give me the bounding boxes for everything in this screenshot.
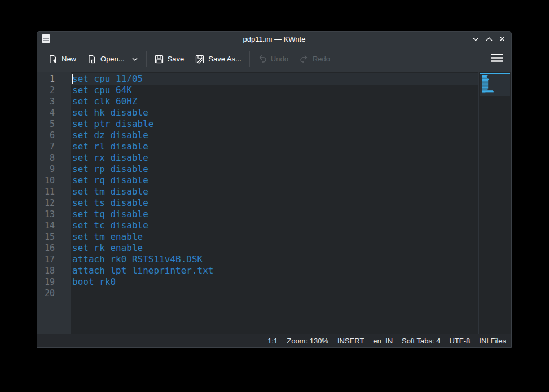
redo-icon xyxy=(300,55,309,64)
menu-button[interactable] xyxy=(490,53,504,65)
code-line: set rl disable xyxy=(71,141,478,152)
code-line xyxy=(71,288,478,299)
line-number: 7 xyxy=(37,141,71,152)
encoding[interactable]: UTF-8 xyxy=(449,337,470,345)
kwrite-app-icon xyxy=(42,34,50,43)
line-number: 13 xyxy=(37,209,71,220)
line-number: 5 xyxy=(37,118,71,130)
minimap-viewport[interactable] xyxy=(480,73,510,96)
line-number: 12 xyxy=(37,197,71,209)
input-mode[interactable]: INSERT xyxy=(337,337,364,345)
code-line: set ptr disable xyxy=(71,118,478,130)
code-line: set clk 60HZ xyxy=(71,96,478,107)
zoom-level[interactable]: Zoom: 130% xyxy=(287,337,328,345)
minimap-scrollbar[interactable] xyxy=(478,72,511,334)
code-line: set tm disable xyxy=(71,186,478,197)
code-line: set rk enable xyxy=(71,243,478,254)
line-number: 19 xyxy=(37,276,71,288)
undo-button[interactable]: Undo xyxy=(258,55,288,64)
code-line: set tm enable xyxy=(71,231,478,243)
code-line: set cpu 11/05 xyxy=(71,73,478,85)
redo-button[interactable]: Redo xyxy=(300,55,330,64)
line-number: 8 xyxy=(37,152,71,164)
code-line: set dz disable xyxy=(71,130,478,141)
open-button[interactable]: Open... xyxy=(87,55,138,64)
code-line: set ts disable xyxy=(71,197,478,209)
line-number: 16 xyxy=(37,243,71,254)
tab-settings[interactable]: Soft Tabs: 4 xyxy=(402,337,440,345)
line-number: 3 xyxy=(37,96,71,107)
save-button[interactable]: Save xyxy=(155,55,185,64)
maximize-icon[interactable] xyxy=(485,36,493,42)
line-number: 14 xyxy=(37,220,71,231)
line-number: 1 xyxy=(37,73,71,85)
line-number: 11 xyxy=(37,186,71,197)
minimap-text-preview xyxy=(482,75,508,99)
code-line: attach lpt lineprinter.txt xyxy=(71,265,478,276)
line-number: 4 xyxy=(37,107,71,118)
close-icon[interactable] xyxy=(499,36,506,42)
code-line: set tq disable xyxy=(71,209,478,220)
line-number: 20 xyxy=(37,288,71,299)
dictionary-language[interactable]: en_IN xyxy=(373,337,393,345)
open-dropdown-chevron-icon[interactable] xyxy=(131,57,138,61)
new-document-icon xyxy=(49,55,58,64)
save-as-button[interactable]: Save As... xyxy=(195,55,241,64)
toolbar: New Open... Save Save As... Undo Redo xyxy=(37,46,511,72)
code-line: boot rk0 xyxy=(71,276,478,288)
new-button[interactable]: New xyxy=(49,55,76,64)
line-number: 6 xyxy=(37,130,71,141)
code-line: set rp disable xyxy=(71,164,478,175)
code-line: attach rk0 RSTS11v4B.DSK xyxy=(71,254,478,265)
line-number: 17 xyxy=(37,254,71,265)
open-document-icon xyxy=(87,55,96,64)
window-title: pdp11.ini — KWrite xyxy=(37,35,511,43)
code-line: set rq disable xyxy=(71,175,478,186)
save-as-icon xyxy=(195,55,204,64)
line-number: 9 xyxy=(37,164,71,175)
line-number: 18 xyxy=(37,265,71,276)
toolbar-separator xyxy=(146,51,147,67)
code-line: set cpu 64K xyxy=(71,85,478,96)
line-number: 2 xyxy=(37,85,71,96)
text-area[interactable]: set cpu 11/05 set cpu 64K set clk 60HZ s… xyxy=(71,72,478,334)
titlebar[interactable]: pdp11.ini — KWrite xyxy=(37,32,511,46)
toolbar-separator xyxy=(249,51,250,67)
save-icon xyxy=(155,55,164,64)
editor-area[interactable]: 1 2 3 4 5 6 7 8 9 10 11 12 13 14 15 16 1… xyxy=(37,72,511,334)
line-number: 10 xyxy=(37,175,71,186)
line-number-gutter: 1 2 3 4 5 6 7 8 9 10 11 12 13 14 15 16 1… xyxy=(37,72,71,334)
cursor-position[interactable]: 1:1 xyxy=(267,337,278,345)
code-line: set hk disable xyxy=(71,107,478,118)
undo-icon xyxy=(258,55,267,64)
code-line: set rx disable xyxy=(71,152,478,164)
file-type[interactable]: INI Files xyxy=(479,337,506,345)
kwrite-window: pdp11.ini — KWrite New Open... Save Save… xyxy=(37,31,512,348)
minimize-icon[interactable] xyxy=(472,36,480,42)
code-line: set tc disable xyxy=(71,220,478,231)
line-number: 15 xyxy=(37,231,71,243)
statusbar: 1:1 Zoom: 130% INSERT en_IN Soft Tabs: 4… xyxy=(37,334,511,347)
